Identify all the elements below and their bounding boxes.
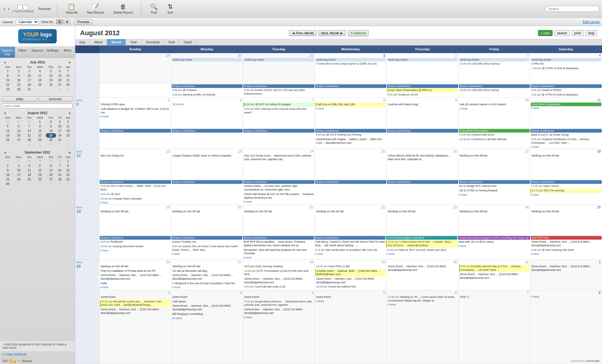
day-cell-aug3[interactable]: 3 Multi-Day Event 10:00 am Call with Art…	[459, 53, 530, 83]
mini-cal-day[interactable]: 7	[56, 142, 64, 147]
event-look-contracts[interactable]: look @ contract names in ULD system	[459, 103, 530, 107]
event-working-hw6[interactable]: Working on HW off site	[315, 210, 386, 214]
event-harrison28[interactable]: Some Event ... Harrison, Don ... (210) 5…	[244, 277, 314, 285]
event-call-james[interactable]: Call James	[172, 300, 242, 304]
mini-cal-day[interactable]: 3	[25, 69, 34, 73]
more-link-2j[interactable]: 2 more	[315, 300, 386, 303]
briana-conf-tue2[interactable]: Briana Conference	[243, 129, 314, 133]
more-link-2c[interactable]: 2 more	[531, 106, 601, 110]
mini-cal-day[interactable]: 4	[64, 87, 72, 92]
day-cell-jul30[interactable]: 30 Multi-Day Event	[171, 53, 243, 83]
search-input[interactable]	[545, 6, 600, 12]
event-kfc-rollout[interactable]: 9:00 am @ KFC for rollout of changes	[244, 103, 314, 107]
day-cell-sep3[interactable]: 3 Some Event Call James Some Event ... H…	[171, 290, 243, 364]
mini-cal-day[interactable]: 4	[46, 182, 56, 186]
event-install[interactable]: 9:30 am Install at FRWW	[530, 88, 602, 93]
day-cell-aug17[interactable]: 17 Working on HW off site	[459, 149, 530, 179]
mini-cal-day[interactable]: 25	[64, 133, 72, 138]
today-button[interactable]: today	[2, 96, 37, 102]
conf4-sun[interactable]: Briana Conference9:00 am fbsfdtxdsf10:00…	[99, 235, 171, 259]
view-tab-week[interactable]: Week	[90, 39, 107, 45]
event-splt[interactable]: 12:15 pm SPLT for printing	[530, 189, 602, 193]
event-dmj-mark[interactable]: 8:30 am @ DMJ meeting with Mark	[531, 248, 602, 252]
event-ben[interactable]: 9:15 am Ben sends letter to president wi…	[314, 248, 385, 252]
day-cell-sep4[interactable]: 4 Some Event 9:15 am Suspendisse rhoncus…	[243, 290, 315, 364]
event-call-arthur[interactable]: 10:00 am Call with Arthur Murray	[459, 62, 530, 66]
layout-select[interactable]: Calendar	[16, 19, 39, 25]
conf4-wed[interactable]: Briana ConferenceCall Nancy / David to C…	[314, 235, 386, 259]
conf4-sat[interactable]: BAR RFP dueSome Event ... Harrison, Don …	[530, 235, 602, 259]
event-send-pdfs[interactable]: 10:00 am Send PDFs to Bill	[315, 265, 386, 269]
event-propane[interactable]: 8:00 am @ Propane	[172, 88, 243, 93]
mini-cal-day[interactable]: 28	[64, 83, 72, 87]
event-some-event-harrison[interactable]: Some Event ... Harrison, Don ... (210) 5…	[531, 240, 602, 248]
mini-cal-day[interactable]: 12	[34, 168, 45, 173]
mini-cal-day[interactable]: 8	[34, 124, 45, 129]
day-cell-sep1[interactable]: 1 Some Event ... Harrison, Don ... (210)…	[530, 260, 602, 290]
more-link-2i[interactable]: 2 more	[244, 316, 314, 319]
event-working-hw11[interactable]: Working on HW off site	[172, 265, 242, 269]
prev-month-button[interactable]: ◄ Prev. Month	[289, 30, 316, 36]
event-harrison-sep3[interactable]: Some Event ... Harrison, Don ... (210) 5…	[172, 304, 242, 312]
more-link-4[interactable]: 4 more	[100, 115, 170, 118]
briana-conf-sun3[interactable]: Briana Conference	[100, 180, 171, 184]
event-harrison-sep1[interactable]: Some Event ... Harrison, Don ... (210) 5…	[531, 265, 601, 272]
view-tab-year[interactable]: Year	[126, 39, 141, 45]
more-link-3d[interactable]: 3 more	[172, 286, 242, 289]
event-some-sep4[interactable]: Some Event	[244, 295, 314, 299]
mini-cal-day[interactable]: 31	[25, 120, 34, 124]
event-working-hw3[interactable]: Working on HW off site	[100, 210, 170, 214]
mini-cal-day[interactable]: 18	[64, 129, 72, 133]
more-link-3[interactable]: 3 more	[100, 201, 171, 204]
mini-cal-day[interactable]: 1	[34, 87, 45, 92]
mini-cal-day[interactable]: 5	[2, 124, 13, 129]
mini-cal-day[interactable]: 25	[25, 177, 34, 182]
day-cell-aug21[interactable]: 21 Working on HW off site	[243, 205, 315, 235]
bar-rfp-due[interactable]: BAR RFP due	[531, 236, 602, 240]
briana-conf-thu3[interactable]: Briana Conference	[387, 180, 458, 184]
sidebar-tab-more[interactable]: More	[60, 47, 75, 58]
conf-cell-mon1[interactable]: Briana Conference8:00 am @ Propane1:00 p…	[171, 84, 243, 97]
mini-cal-day[interactable]: 20	[13, 133, 25, 138]
mini-cal-day[interactable]: 10	[25, 73, 34, 78]
conf4-tue[interactable]: Briana ConferenceBAR RFP fed ex deadline…	[243, 235, 314, 259]
day-cell-aug28[interactable]: 28 Midnight Early morning meeting 12:00 …	[243, 260, 315, 290]
sidebar-tab-searchday[interactable]: Search Day	[0, 47, 15, 58]
event-kfc-manual[interactable]: Do or assign KFC manual revs	[459, 184, 530, 188]
event-harrison30[interactable]: Some Event ... Harrison, Don ... (210) 5…	[387, 265, 458, 272]
mini-cal-day[interactable]: 9	[2, 168, 13, 173]
event-dmj[interactable]: 9:00 am @ DMJ	[100, 192, 171, 197]
event-back-lori[interactable]: Back to Lori K. at Archer Group	[530, 133, 602, 137]
mini-cal-day[interactable]: 27	[56, 83, 64, 87]
mini-cal-day[interactable]: 1	[64, 159, 72, 163]
back-button[interactable]: ‹	[2, 6, 6, 12]
mini-cal-day[interactable]: 8	[2, 73, 13, 78]
briana-conf-sat3[interactable]: Briana Conference	[530, 180, 602, 184]
mini-cal-day[interactable]: 13	[56, 73, 64, 78]
briana-conf-sat2[interactable]: Briana Conference	[530, 129, 602, 133]
event-another-sazerac[interactable]: Another event ... Sazerac, Beth ... (218…	[315, 269, 386, 277]
event-bill-bringing[interactable]: Bill bringing in something	[172, 312, 242, 316]
mini-cal-day[interactable]: 31	[56, 138, 64, 142]
mini-cal-day[interactable]: 26	[34, 177, 45, 182]
event-stlp[interactable]: 8:00 am @ STLP looking into Printing	[315, 133, 386, 137]
mini-cal-day[interactable]: 17	[56, 129, 64, 133]
conf2-tue[interactable]: Briana Conference	[243, 128, 315, 149]
day-cell-aug23[interactable]: 23 Working on HW off site	[387, 205, 459, 235]
conf-cell-tue1[interactable]: Briana Conference9:00 am Invoice GM for …	[243, 84, 315, 97]
event-mercedes[interactable]: On site at Mercedes (all day)	[172, 269, 242, 273]
conf-cell-sat1[interactable]: Briana Conference9:30 am Install at FRWW…	[530, 84, 602, 97]
mini-cal-day[interactable]: 11	[64, 124, 72, 129]
mini-cal-day[interactable]: 30	[2, 182, 13, 186]
mini-cal-day[interactable]: 3	[13, 142, 25, 147]
mini-cal-day[interactable]: 13	[46, 168, 56, 173]
mini-cal-day[interactable]: 1	[2, 69, 13, 73]
event-conf-andy[interactable]: 6:00 pm Conf Call with Andy et all	[244, 285, 314, 289]
event-respond-amy[interactable]: V Respond to the rest of Amy's Questions…	[172, 281, 242, 286]
more-link-4f[interactable]: 4 more	[100, 286, 170, 289]
day-cell-aug20[interactable]: 20 Working on HW off site	[171, 205, 243, 235]
view-tab-schedule[interactable]: Schedule	[142, 39, 164, 45]
mini-cal-day[interactable]: 11	[25, 168, 34, 173]
event-levying[interactable]: 10:00 am Levying document review	[100, 244, 171, 249]
event-call-nancy[interactable]: Call Nancy / David to Check out HW Serve…	[314, 240, 385, 248]
